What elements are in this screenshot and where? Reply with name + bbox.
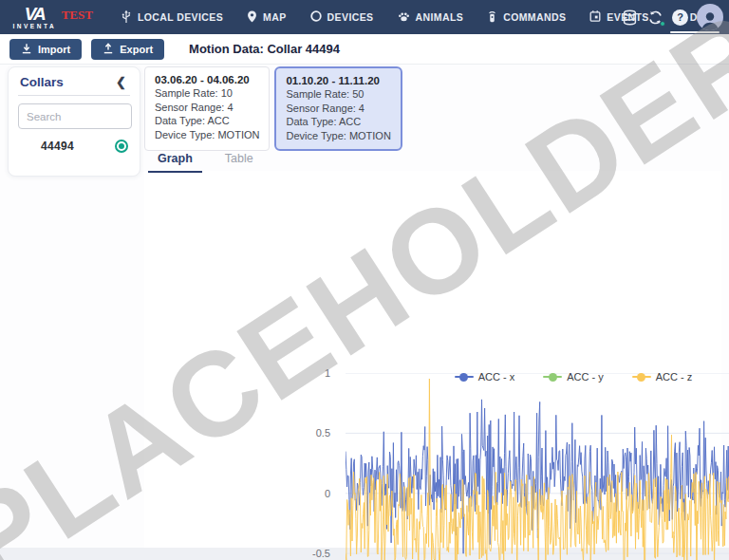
dataset-date-range: 01.10.20 - 11.11.20 [286, 75, 390, 86]
dataset-sample-rate: Sample Rate: 50 [286, 87, 390, 102]
nav-right-icons: ? [621, 0, 723, 34]
dataset-sample-rate: Sample Rate: 10 [155, 86, 259, 101]
tab-graph[interactable]: Graph [148, 146, 215, 173]
export-button[interactable]: Export [91, 39, 164, 60]
import-button[interactable]: Import [9, 39, 82, 60]
import-label: Import [38, 44, 70, 55]
usb-icon [120, 9, 133, 26]
dataset-date-range: 03.06.20 - 04.06.20 [155, 74, 259, 85]
sidebar-title: Collars [20, 75, 64, 89]
database-icon[interactable] [621, 9, 639, 27]
nav-item-local-devices[interactable]: LOCAL DEVICES [108, 0, 234, 34]
y-tick-label: 0 [294, 487, 330, 500]
legend-item-acc-y[interactable]: ACC - y [543, 371, 604, 383]
remote-icon [486, 9, 498, 26]
y-tick-label: 1 [294, 366, 330, 380]
import-icon [21, 43, 32, 56]
collars-sidebar: Collars ❮ 44494 [8, 66, 140, 177]
dataset-sensor-range: Sensor Range: 4 [155, 101, 259, 115]
dataset-card-1[interactable]: 03.06.20 - 04.06.20 Sample Rate: 10 Sens… [144, 66, 270, 151]
logo-monogram: VA [25, 6, 45, 23]
y-tick-label: -0.5 [294, 547, 330, 560]
legend-label: ACC - y [567, 371, 604, 383]
nav-item-animals[interactable]: ANIMALS [385, 0, 476, 34]
sync-icon[interactable] [647, 9, 664, 26]
nav-item-commands[interactable]: COMMANDS [475, 0, 577, 34]
y-axis-labels: 10.50-0.5-1-1.5 [294, 373, 338, 560]
paw-icon [397, 9, 411, 25]
export-label: Export [120, 44, 153, 55]
chart-legend: ACC - xACC - yACC - z [346, 371, 729, 383]
env-test-label: TEST [62, 8, 93, 23]
toolbar: Import Export Motion Data: Collar 44494 [0, 34, 729, 65]
legend-marker [632, 376, 651, 378]
dataset-sensor-range: Sensor Range: 4 [286, 102, 390, 116]
nav-item-label: COMMANDS [503, 11, 566, 23]
logo-brand-name: INVENTA [13, 23, 57, 29]
app-window: VA INVENTA TEST LOCAL DEVICES MAP DEVICE… [0, 0, 729, 560]
dataset-card-2-selected[interactable]: 01.10.20 - 11.11.20 Sample Rate: 50 Sens… [274, 66, 402, 151]
collar-ring-icon [309, 9, 323, 25]
chart-panel: ACC - xACC - yACC - z 10.50-0.5-1-1.5 20… [144, 171, 721, 548]
legend-item-acc-z[interactable]: ACC - z [632, 371, 693, 383]
dataset-cards: 03.06.20 - 04.06.20 Sample Rate: 10 Sens… [144, 66, 402, 151]
collar-id-label: 44494 [41, 140, 74, 153]
sidebar-divider [18, 95, 130, 96]
y-tick-label: 0.5 [294, 426, 330, 439]
collar-selected-radio[interactable] [115, 140, 128, 153]
nav-item-map[interactable]: MAP [234, 0, 298, 34]
legend-label: ACC - z [656, 371, 693, 383]
nav-item-label: MAP [263, 11, 287, 23]
page-title: Motion Data: Collar 44494 [189, 42, 340, 56]
nav-item-label: DEVICES [327, 11, 374, 23]
dataset-device-type: Device Type: MOTION [286, 129, 390, 143]
calendar-icon [589, 9, 602, 25]
dataset-data-type: Data Type: ACC [155, 114, 259, 128]
map-pin-icon [246, 9, 258, 26]
tab-table[interactable]: Table [215, 146, 276, 173]
export-icon [103, 43, 114, 56]
top-nav-bar: VA INVENTA TEST LOCAL DEVICES MAP DEVICE… [0, 0, 729, 34]
legend-marker [455, 376, 474, 378]
dataset-data-type: Data Type: ACC [286, 115, 390, 129]
legend-marker [543, 376, 562, 378]
legend-item-acc-x[interactable]: ACC - x [455, 371, 515, 383]
inventa-logo[interactable]: VA INVENTA [11, 6, 58, 29]
dataset-device-type: Device Type: MOTION [155, 128, 259, 142]
nav-item-label: LOCAL DEVICES [138, 11, 223, 23]
legend-label: ACC - x [478, 371, 515, 383]
nav-item-label: ANIMALS [416, 11, 464, 23]
nav-item-devices[interactable]: DEVICES [298, 0, 385, 34]
help-icon[interactable]: ? [672, 9, 688, 26]
view-tabs: Graph Table [148, 146, 276, 173]
collar-list-item[interactable]: 44494 [9, 129, 140, 153]
collar-search-input[interactable] [18, 103, 132, 129]
motion-line-chart [346, 373, 729, 560]
avatar[interactable] [697, 4, 723, 30]
help-glyph: ? [677, 11, 683, 23]
sync-status-dot [660, 21, 665, 27]
collapse-chevron-icon[interactable]: ❮ [114, 75, 128, 89]
